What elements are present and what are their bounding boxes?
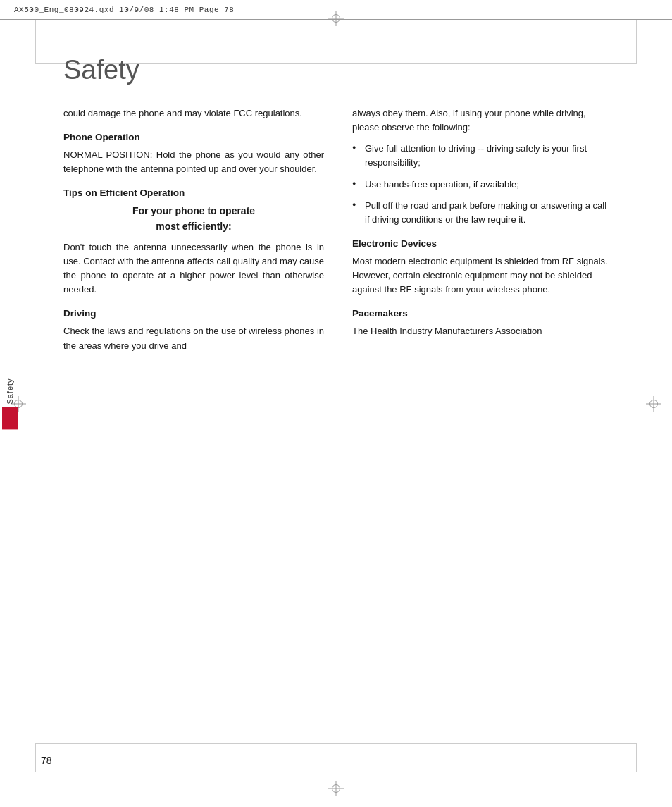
left-column: could damage the phone and may violate F… bbox=[63, 106, 324, 360]
bullet-item-3: Pull off the road and park before making… bbox=[352, 199, 613, 227]
tips-operation-heading: Tips on Efficient Operation bbox=[63, 187, 324, 198]
phone-operation-heading: Phone Operation bbox=[63, 132, 324, 142]
tips-operation-centered: For your phone to operate most efficient… bbox=[63, 204, 324, 234]
electronic-devices-body: Most modern electronic equipment is shie… bbox=[352, 254, 613, 297]
driving-continued: always obey them. Also, if using your ph… bbox=[352, 106, 613, 135]
pacemakers-heading: Pacemakers bbox=[352, 308, 613, 319]
header-text: AX500_Eng_080924.qxd 10/9/08 1:48 PM Pag… bbox=[14, 6, 234, 14]
right-column: always obey them. Also, if using your ph… bbox=[352, 106, 613, 360]
side-tab: Safety bbox=[0, 378, 20, 429]
side-tab-color-bar bbox=[2, 407, 18, 429]
driving-heading: Driving bbox=[63, 308, 324, 319]
phone-operation-body: NORMAL POSITION: Hold the phone as you w… bbox=[63, 148, 324, 176]
side-tab-label: Safety bbox=[6, 378, 14, 404]
pacemakers-body: The Health Industry Manufacturers Associ… bbox=[352, 324, 613, 338]
electronic-devices-heading: Electronic Devices bbox=[352, 238, 613, 249]
tips-operation-body: Don't touch the antenna unnecessarily wh… bbox=[63, 240, 324, 297]
crosshair-right bbox=[646, 396, 661, 412]
driving-body: Check the laws and regulations on the us… bbox=[63, 324, 324, 352]
bullet-item-1: Give full attention to driving -- drivin… bbox=[352, 142, 613, 170]
page-title: Safety bbox=[63, 55, 623, 85]
intro-text: could damage the phone and may violate F… bbox=[63, 106, 324, 121]
bullet-item-2: Use hands-free operation, if available; bbox=[352, 178, 613, 192]
columns: could damage the phone and may violate F… bbox=[63, 106, 623, 360]
crosshair-bottom bbox=[328, 781, 344, 796]
main-content: Safety could damage the phone and may vi… bbox=[35, 20, 637, 772]
bullet-list: Give full attention to driving -- drivin… bbox=[352, 142, 613, 227]
